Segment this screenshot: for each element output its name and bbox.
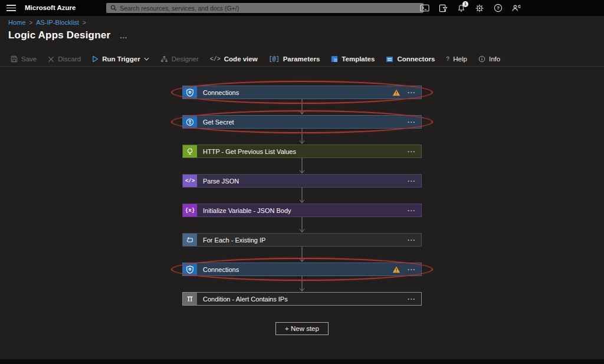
brand-title: Microsoft Azure [25,0,76,16]
info-button[interactable]: Info [478,55,500,63]
close-x-icon [48,56,54,63]
templates-icon [331,55,338,63]
breadcrumb-app-link[interactable]: AS-IP-Blocklist [36,19,79,26]
step-menu-button[interactable]: ··· [408,267,416,273]
breadcrumb-home-link[interactable]: Home [8,19,25,26]
svg-text:?: ? [497,5,500,11]
step-menu-button[interactable]: ··· [408,178,416,184]
parameters-icon: [@] [269,56,280,63]
new-step-button[interactable]: + New step [275,322,329,335]
warning-icon [392,89,401,96]
designer-button[interactable]: Designer [160,55,199,63]
connectors-button[interactable]: Connectors [386,55,435,63]
command-toolbar: Save Discard Run Trigger Designer </> Co… [0,52,604,67]
azure-top-bar: Microsoft Azure Search resources, servic… [0,0,604,16]
notifications-bell-icon[interactable]: 1 [456,3,467,14]
flow-arrow [298,247,306,263]
templates-button[interactable]: Templates [331,55,375,63]
bottom-strip [0,359,604,364]
step-http-get-previous-list-values[interactable]: HTTP - Get Previous List Values ··· [182,145,422,158]
page-title: Logic Apps Designer [8,29,110,41]
warning-icon [392,266,401,273]
flow-arrow [298,276,306,292]
feedback-person-icon[interactable] [511,3,521,14]
breadcrumb: Home > AS-IP-Blocklist > [8,19,86,26]
parameters-button[interactable]: [@] Parameters [269,55,320,63]
save-icon [11,55,18,63]
topbar-icon-group: 1 ? [419,0,521,16]
step-connections-2[interactable]: Connections ··· [182,263,422,276]
step-menu-button[interactable]: ··· [408,237,416,243]
sentinel-shield-icon [183,263,197,276]
cloud-shell-icon[interactable] [419,3,430,14]
step-parse-json[interactable]: </> Parse JSON ··· [182,174,422,188]
step-initialize-variable-json-body[interactable]: {x} Initialize Variable - JSON Body ··· [182,204,422,217]
condition-pillars-icon [183,293,197,305]
global-search-input[interactable]: Search resources, services, and docs (G+… [106,3,424,13]
flow-arrow [298,99,306,115]
step-menu-button[interactable]: ··· [408,296,416,302]
flow-arrow [298,158,306,174]
step-menu-button[interactable]: ··· [408,149,416,155]
run-trigger-button[interactable]: Run Trigger [92,55,149,63]
title-overflow-menu[interactable]: ... [120,32,127,40]
code-braces-icon: </> [183,175,197,187]
foreach-loop-icon [183,234,197,246]
key-vault-icon [183,116,197,128]
play-icon [92,55,99,63]
variable-braces-icon: {x} [183,204,197,217]
hamburger-menu-icon[interactable] [6,4,17,12]
flow-arrow [298,129,306,145]
settings-gear-icon[interactable] [474,3,485,14]
help-button[interactable]: ? Help [446,55,467,63]
question-icon: ? [446,56,449,63]
step-for-each-existing-ip[interactable]: For Each - Existing IP ··· [182,233,422,247]
search-icon [110,5,117,11]
step-condition-alert-contains-ips[interactable]: Condition - Alert Contains IPs ··· [182,292,422,306]
save-button[interactable]: Save [11,55,37,63]
breadcrumb-separator: > [83,19,86,26]
http-globe-icon [183,145,197,158]
help-question-icon[interactable]: ? [493,3,503,14]
code-view-button[interactable]: </> Code view [210,55,258,63]
step-menu-button[interactable]: ··· [408,90,416,96]
discard-button[interactable]: Discard [48,55,81,63]
workflow-column: Connections ··· [182,86,422,335]
designer-canvas: Connections ··· [0,67,604,359]
info-icon [478,55,485,63]
notification-badge: 1 [462,1,468,7]
chevron-down-icon [144,57,149,61]
connectors-icon [386,56,393,63]
step-menu-button[interactable]: ··· [408,208,416,214]
search-placeholder: Search resources, services, and docs (G+… [120,5,239,12]
code-icon: </> [210,56,221,63]
step-menu-button[interactable]: ··· [408,119,416,125]
flow-arrow [298,188,306,204]
sentinel-shield-icon [183,86,197,99]
step-connections-1[interactable]: Connections ··· [182,86,422,99]
breadcrumb-separator: > [29,19,32,26]
directory-filter-icon[interactable] [438,3,448,14]
step-get-secret[interactable]: Get Secret ··· [182,115,422,129]
designer-hierarchy-icon [160,55,168,63]
flow-arrow [298,217,306,233]
